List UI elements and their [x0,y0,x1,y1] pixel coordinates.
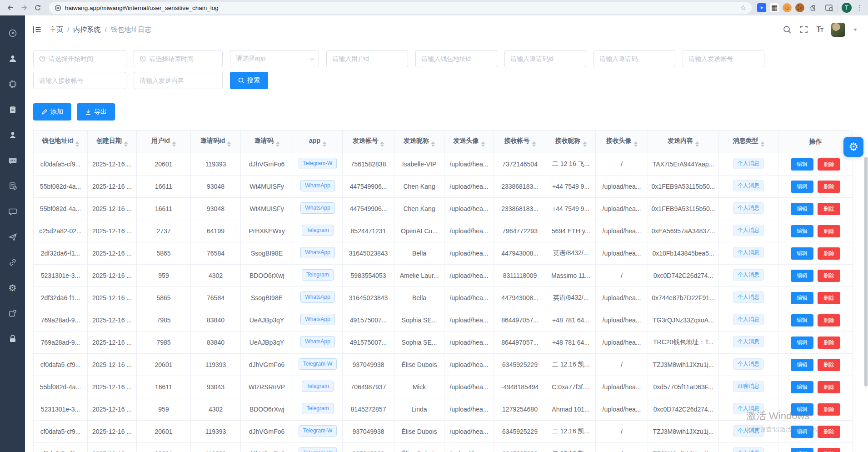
sidebar-lock-icon[interactable] [7,333,18,344]
add-button[interactable]: 添加 [33,103,71,121]
column-header[interactable]: 接收帐号 [494,131,546,153]
sort-carets-icon[interactable] [695,141,699,147]
edit-button[interactable]: 编辑 [791,314,813,326]
column-header[interactable]: 创建日期 [88,131,137,153]
edit-button[interactable]: 编辑 [791,158,813,171]
column-header[interactable]: 用户id [137,131,191,153]
delete-button[interactable]: 删除 [818,426,840,438]
browser-profile-avatar[interactable]: T [842,3,852,13]
extension-telegram-icon[interactable]: ➤ [757,3,766,12]
sort-carets-icon[interactable] [634,141,638,147]
back-icon[interactable] [5,2,16,14]
edit-button[interactable]: 编辑 [791,336,813,349]
sidebar-user-icon[interactable] [7,53,18,64]
edit-button[interactable]: 编辑 [791,359,813,371]
delete-button[interactable]: 删除 [818,292,840,304]
edit-button[interactable]: 编辑 [791,203,813,215]
wallet-id-input[interactable] [421,55,491,62]
delete-button[interactable]: 删除 [818,203,840,215]
sort-carets-icon[interactable] [761,141,764,147]
page-scrollbar[interactable] [863,15,868,452]
sidebar-chat-icon[interactable] [7,206,18,217]
scrollbar-thumb[interactable] [864,157,868,387]
edit-button[interactable]: 编辑 [791,181,813,193]
search-button[interactable]: 搜索 [230,72,268,89]
extension-emoji-icon[interactable]: ☺ [783,3,792,12]
sort-carets-icon[interactable] [431,141,435,147]
export-button[interactable]: 导出 [77,103,115,121]
edit-button[interactable]: 编辑 [791,292,813,304]
sort-carets-icon[interactable] [75,141,79,147]
sort-carets-icon[interactable] [532,141,536,147]
end-time-input[interactable] [149,55,217,62]
extension-qr-icon[interactable]: ▦ [770,3,779,12]
column-header[interactable]: 接收昵称 [546,131,596,153]
sort-carets-icon[interactable] [583,141,587,147]
delete-button[interactable]: 删除 [818,448,840,452]
column-header[interactable]: app [293,131,343,153]
column-header[interactable]: 消息类型 [719,131,778,153]
delete-button[interactable]: 删除 [818,359,840,371]
delete-button[interactable]: 删除 [818,158,840,171]
delete-button[interactable]: 删除 [818,181,840,193]
delete-button[interactable]: 删除 [818,314,840,326]
column-header[interactable]: 发送昵称 [394,131,444,153]
sort-carets-icon[interactable] [276,141,279,147]
sort-carets-icon[interactable] [124,141,128,147]
sidebar-user-check-icon[interactable] [7,130,18,141]
sort-carets-icon[interactable] [227,141,231,147]
extensions-puzzle-icon[interactable] [808,3,817,12]
column-header[interactable]: 邀请码id [191,131,241,153]
column-header[interactable]: 邀请码 [241,131,293,153]
settings-fab[interactable]: ⚙ [843,137,863,157]
delete-button[interactable]: 删除 [818,270,840,282]
edit-button[interactable]: 编辑 [791,403,813,416]
sidebar-gear-icon[interactable]: ⚙ [7,282,18,293]
user-menu-caret-icon[interactable] [853,29,857,31]
delete-button[interactable]: 删除 [818,381,840,393]
delete-button[interactable]: 删除 [818,247,840,260]
delete-button[interactable]: 删除 [818,403,840,416]
edit-button[interactable]: 编辑 [791,448,813,452]
column-header[interactable]: 钱包地址id [34,131,88,153]
fullscreen-icon[interactable] [800,25,808,34]
edit-button[interactable]: 编辑 [791,381,813,393]
bookmark-star-icon[interactable]: ☆ [740,4,746,12]
start-time-input[interactable] [49,55,120,62]
sidebar-dashboard-icon[interactable] [7,28,18,39]
sort-carets-icon[interactable] [380,141,384,147]
user-id-input[interactable] [332,55,402,62]
edit-button[interactable]: 编辑 [791,225,813,237]
site-controls-icon[interactable] [55,5,61,11]
breadcrumb-internal-system[interactable]: 内控系统 [73,25,100,34]
receive-account-input[interactable] [39,77,120,84]
sort-carets-icon[interactable] [323,141,326,147]
reload-icon[interactable] [32,2,44,14]
end-time-picker[interactable] [134,50,223,67]
side-panel-search-icon[interactable] [825,3,834,12]
sidebar-file-check-icon[interactable] [7,181,18,191]
send-account-input[interactable] [688,55,758,62]
address-bar[interactable]: haiwang.app/miwang#/internal/user_sensit… [49,2,752,14]
browser-menu-icon[interactable]: ⋮ [855,4,863,12]
edit-button[interactable]: 编辑 [791,270,813,282]
app-select[interactable]: 请选择app [230,50,319,67]
font-size-icon[interactable]: TT [816,25,823,34]
send-content-input[interactable] [140,77,217,84]
collapse-sidebar-icon[interactable] [31,24,43,35]
sidebar-message-dots-icon[interactable] [7,155,18,166]
delete-button[interactable]: 删除 [818,225,840,237]
invite-code-id-input[interactable] [510,55,580,62]
sort-carets-icon[interactable] [172,141,176,147]
breadcrumb-home[interactable]: 主页 [50,25,63,34]
column-header[interactable]: 发送头像 [444,131,494,153]
delete-button[interactable]: 删除 [818,336,840,349]
start-time-picker[interactable] [33,50,126,67]
header-search-icon[interactable] [783,25,792,34]
user-avatar[interactable] [831,23,845,37]
column-header[interactable]: 发送帐号 [343,131,394,153]
edit-button[interactable]: 编辑 [791,426,813,438]
column-header[interactable]: 发送内容 [648,131,719,153]
invite-code-input[interactable] [599,55,669,62]
sidebar-external-icon[interactable] [7,308,18,319]
